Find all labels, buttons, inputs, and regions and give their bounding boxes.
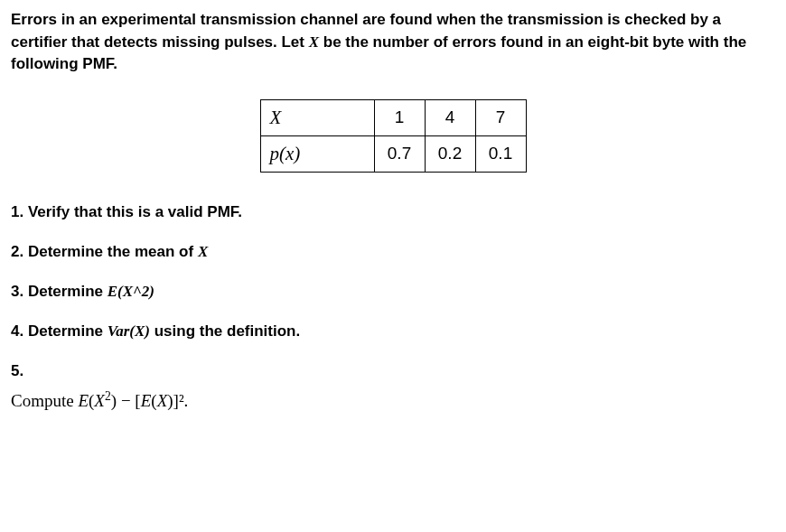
- q2-prefix: 2. Determine the mean of: [11, 243, 198, 260]
- q3-expression: E(X^2): [108, 283, 154, 300]
- x-value: 1: [374, 99, 425, 135]
- document-page: Errors in an experimental transmission c…: [0, 0, 786, 442]
- q5-formula: Compute E(X2) − [E(X)]².: [11, 389, 775, 411]
- row-label-x: X: [260, 99, 374, 135]
- problem-variable: X: [309, 33, 319, 51]
- x-value: 7: [475, 99, 526, 135]
- table-row: X 1 4 7: [260, 99, 526, 135]
- p-value: 0.7: [374, 135, 425, 172]
- problem-statement: Errors in an experimental transmission c…: [11, 9, 775, 76]
- question-5: 5. Compute E(X2) − [E(X)]².: [11, 362, 775, 411]
- q2-variable: X: [198, 243, 208, 260]
- p-value: 0.2: [425, 135, 475, 172]
- formula-x2: X: [157, 391, 168, 410]
- question-2: 2. Determine the mean of X: [11, 243, 775, 261]
- question-1: 1. Verify that this is a valid PMF.: [11, 203, 775, 221]
- x-value: 4: [425, 99, 475, 135]
- question-list: 1. Verify that this is a valid PMF. 2. D…: [11, 203, 775, 411]
- table-row: p(x) 0.7 0.2 0.1: [260, 135, 526, 172]
- formula-x1: X: [94, 391, 105, 410]
- formula-sup2: 2: [105, 389, 111, 403]
- formula-minus: − [: [117, 391, 141, 410]
- q4-suffix: using the definition.: [150, 322, 300, 340]
- question-3: 3. Determine E(X^2): [11, 283, 775, 301]
- q5-number: 5.: [11, 362, 23, 379]
- question-4: 4. Determine Var(X) using the definition…: [11, 322, 775, 341]
- q4-expression: Var(X): [108, 322, 150, 340]
- q4-prefix: 4. Determine: [11, 322, 108, 340]
- q3-prefix: 3. Determine: [11, 283, 108, 300]
- p-value: 0.1: [475, 135, 526, 172]
- formula-e1: E: [78, 391, 89, 410]
- formula-close: )]².: [167, 391, 188, 410]
- pmf-table: X 1 4 7 p(x) 0.7 0.2 0.1: [260, 99, 527, 173]
- row-label-px: p(x): [260, 135, 374, 172]
- compute-label: Compute: [11, 391, 78, 410]
- formula-e2: E: [141, 391, 152, 410]
